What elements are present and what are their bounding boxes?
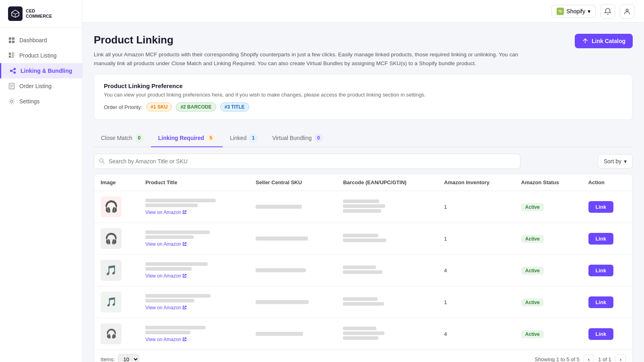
cell-sku-3 (249, 255, 336, 286)
svg-point-23 (10, 100, 12, 102)
view-on-amazon-5[interactable]: View on Amazon (145, 337, 243, 342)
items-select[interactable]: 10 25 50 (118, 354, 139, 362)
products-table-wrap: Image Product Title Seller Central SKU B… (94, 174, 633, 362)
tab-close-match-label: Close Match (101, 135, 132, 141)
view-on-amazon-2[interactable]: View on Amazon (145, 241, 243, 247)
link-button-5[interactable]: Link (588, 328, 614, 340)
sidebar-label-linking: Linking & Bundling (21, 68, 72, 74)
cell-product-title-2: View on Amazon (139, 223, 249, 255)
page-content: Product Linking Link all your Amazon MCF… (83, 23, 644, 362)
sort-label: Sort by (604, 158, 621, 165)
cell-image: 🎵 (94, 286, 139, 318)
svg-point-15 (14, 68, 16, 70)
cell-inventory-1: 1 (438, 191, 515, 223)
table-row: 🎧 View on Amazon (94, 191, 632, 223)
sort-button[interactable]: Sort by ▾ (598, 154, 633, 169)
sort-chevron-icon: ▾ (624, 158, 627, 165)
table-row: 🎧 View on Amazon (94, 223, 632, 255)
table-row: 🎧 View on Amazon (94, 318, 632, 350)
link-button-1[interactable]: Link (588, 201, 614, 213)
tab-linked[interactable]: Linked 1 (223, 130, 265, 147)
tab-virtual-bundling-count: 0 (314, 134, 323, 142)
status-badge-1: Active (521, 203, 544, 211)
col-action: Action (582, 174, 632, 191)
header-left: Product Linking Link all your Amazon MCF… (94, 34, 537, 68)
table-row: 🎵 View on Amazon (94, 255, 632, 286)
account-button[interactable] (620, 4, 634, 19)
cell-barcode-1 (336, 191, 438, 223)
svg-rect-4 (9, 37, 11, 40)
col-sku: Seller Central SKU (249, 174, 336, 191)
priority-label: Order of Priority: (104, 104, 142, 110)
view-on-amazon-4[interactable]: View on Amazon (145, 305, 243, 311)
sidebar-label-dashboard: Dashboard (19, 37, 47, 43)
tab-close-match[interactable]: Close Match 0 (94, 130, 151, 147)
product-image-3: 🎵 (101, 260, 122, 281)
link-button-4[interactable]: Link (588, 296, 614, 308)
sidebar-item-linking-bundling[interactable]: Linking & Bundling (0, 63, 82, 78)
sidebar-item-order-listing[interactable]: Order Listing (0, 78, 82, 94)
cell-image: 🎧 (94, 318, 139, 350)
logo: CED COMMERCE (0, 0, 82, 28)
status-badge-2: Active (521, 235, 544, 243)
tab-linking-required[interactable]: Linking Required 5 (151, 130, 223, 147)
tab-virtual-bundling-label: Virtual Bundling (272, 135, 312, 141)
svg-rect-11 (9, 56, 11, 58)
svg-rect-10 (12, 54, 14, 55)
sidebar-item-dashboard[interactable]: Dashboard (0, 33, 82, 48)
priority-title: #3 TITLE (220, 103, 249, 111)
link-catalog-label: Link Catalog (592, 38, 625, 44)
svg-line-18 (12, 71, 14, 72)
svg-rect-13 (12, 57, 14, 58)
link-catalog-button[interactable]: Link Catalog (575, 34, 633, 48)
svg-line-26 (103, 162, 105, 164)
sidebar-item-product-listing[interactable]: Product Listing (0, 48, 82, 63)
cell-sku-2 (249, 223, 336, 255)
shopify-selector[interactable]: 🛍 Shopify ▾ (551, 5, 596, 18)
sidebar-label-product-listing: Product Listing (19, 52, 57, 59)
cell-barcode-2 (336, 223, 438, 255)
logo-icon (8, 6, 23, 21)
link-button-3[interactable]: Link (588, 265, 614, 276)
page-title: Product Linking (94, 34, 537, 46)
cell-inventory-2: 1 (438, 223, 515, 255)
col-status: Amazon Status (515, 174, 582, 191)
svg-rect-12 (12, 56, 14, 56)
sidebar-label-order: Order Listing (19, 83, 52, 89)
table-header-row: Image Product Title Seller Central SKU B… (94, 174, 632, 191)
notifications-button[interactable] (601, 4, 615, 19)
showing-text: Showing 1 to 5 of 5 (535, 356, 579, 362)
tabs-row: Close Match 0 Linking Required 5 Linked … (94, 130, 633, 147)
table-footer: Items: 10 25 50 Showing 1 to 5 of 5 ‹ 1 … (94, 350, 632, 362)
link-button-2[interactable]: Link (588, 233, 614, 245)
tab-virtual-bundling[interactable]: Virtual Bundling 0 (265, 130, 330, 147)
priority-barcode: #2 BARCODE (176, 103, 216, 111)
svg-point-16 (14, 72, 16, 74)
cell-action-4: Link (582, 286, 632, 318)
items-per-page: Items: 10 25 50 (101, 354, 139, 362)
cell-barcode-4 (336, 286, 438, 318)
svg-rect-5 (12, 37, 14, 40)
status-badge-3: Active (521, 267, 544, 275)
products-table: Image Product Title Seller Central SKU B… (94, 174, 632, 350)
product-image-5: 🎧 (101, 323, 122, 344)
cell-inventory-4: 1 (438, 286, 515, 318)
search-input[interactable] (94, 154, 520, 169)
status-badge-4: Active (521, 298, 544, 306)
prev-page-button[interactable]: ‹ (584, 354, 594, 362)
cell-product-title-3: View on Amazon (139, 255, 249, 286)
sidebar-item-settings[interactable]: Settings (0, 94, 82, 109)
preference-description: You can view your product linking prefer… (104, 92, 623, 98)
status-badge-5: Active (521, 330, 544, 338)
preference-card: Product Linking Preference You can view … (94, 74, 633, 120)
shopify-bag-icon: 🛍 (557, 8, 564, 15)
svg-point-25 (99, 158, 103, 162)
topbar: 🛍 Shopify ▾ (83, 0, 644, 23)
view-on-amazon-3[interactable]: View on Amazon (145, 273, 243, 279)
page-header: Product Linking Link all your Amazon MCF… (94, 34, 633, 68)
cell-action-1: Link (582, 191, 632, 223)
next-page-button[interactable]: › (615, 354, 626, 362)
col-barcode: Barcode (EAN/UPC/GTIN) (336, 174, 438, 191)
cell-image: 🎧 (94, 223, 139, 255)
view-on-amazon-1[interactable]: View on Amazon (145, 210, 243, 215)
